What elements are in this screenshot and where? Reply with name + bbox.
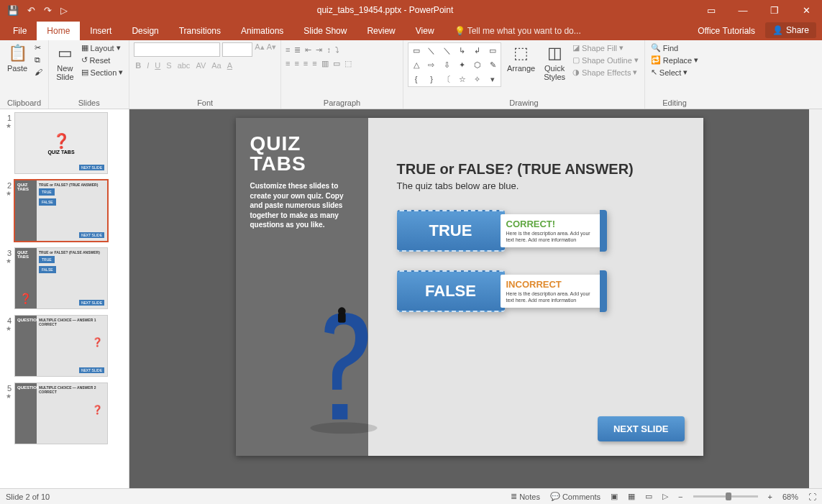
close-icon[interactable]: ✕ bbox=[790, 0, 822, 20]
shape-free-icon[interactable]: ✎ bbox=[490, 60, 496, 70]
vertical-scrollbar[interactable] bbox=[809, 109, 822, 488]
thumbnail-2[interactable]: 2★ QUIZ TABS TRUE or FALSE? (TRUE ANSWER… bbox=[1, 180, 127, 242]
tab-slideshow[interactable]: Slide Show bbox=[293, 22, 357, 40]
shape-line-icon[interactable]: ＼ bbox=[427, 45, 435, 56]
arrange-button[interactable]: ⬚ Arrange bbox=[504, 42, 538, 74]
shape-conn2-icon[interactable]: ↲ bbox=[474, 46, 480, 55]
office-tutorials-link[interactable]: Office Tutorials bbox=[688, 22, 765, 40]
shape-curve-icon[interactable]: ⬡ bbox=[474, 60, 481, 70]
shape-fill-button[interactable]: ◪Shape Fill ▾ bbox=[571, 42, 640, 53]
shape-rect2-icon[interactable]: ▭ bbox=[489, 46, 496, 55]
undo-icon[interactable]: ↶ bbox=[27, 5, 35, 16]
tab-view[interactable]: View bbox=[406, 22, 444, 40]
font-family-input[interactable] bbox=[134, 42, 220, 57]
bullets-button[interactable]: ≡ bbox=[286, 45, 290, 55]
current-slide[interactable]: QUIZ TABS Customize these slides to crea… bbox=[236, 118, 703, 456]
tab-animations[interactable]: Animations bbox=[231, 22, 293, 40]
ribbon-options-icon[interactable]: ▭ bbox=[695, 0, 727, 20]
indent-decrease-button[interactable]: ⇤ bbox=[305, 45, 311, 55]
thumbnail-1[interactable]: 1★ ❓ QUIZ TABS NEXT SLIDE bbox=[1, 112, 127, 174]
smartart-button[interactable]: ⬚ bbox=[344, 59, 352, 68]
redo-icon[interactable]: ↷ bbox=[44, 5, 52, 16]
shadow-button[interactable]: S bbox=[166, 61, 171, 70]
spacing-button[interactable]: AV bbox=[196, 61, 206, 70]
start-from-beginning-icon[interactable]: ▷ bbox=[60, 5, 68, 16]
tab-home[interactable]: Home bbox=[37, 22, 80, 40]
share-button[interactable]: 👤Share bbox=[765, 22, 816, 38]
shape-tri-icon[interactable]: △ bbox=[414, 60, 419, 70]
thumbnail-3[interactable]: 3★ QUIZ TABS TRUE or FALSE? (FALSE ANSWE… bbox=[1, 247, 127, 309]
bold-button[interactable]: B bbox=[135, 61, 141, 70]
save-icon[interactable]: 💾 bbox=[7, 5, 19, 16]
line-spacing-button[interactable]: ↕ bbox=[326, 45, 331, 55]
align-right-button[interactable]: ≡ bbox=[303, 59, 308, 68]
cut-button[interactable]: ✂ bbox=[33, 42, 44, 53]
slide-thumbnails-panel[interactable]: 1★ ❓ QUIZ TABS NEXT SLIDE 2★ QUIZ TABS T… bbox=[0, 109, 129, 488]
false-tab[interactable]: FALSE bbox=[397, 270, 505, 312]
font-color-button[interactable]: A bbox=[227, 61, 232, 70]
thumbnail-4[interactable]: 4★ QUESTION MULTIPLE CHOICE — ANSWER 1 C… bbox=[1, 315, 127, 377]
increase-font-icon[interactable]: A▴ bbox=[255, 42, 264, 57]
next-slide-button[interactable]: NEXT SLIDE bbox=[598, 416, 685, 441]
shape-arrowd-icon[interactable]: ⇩ bbox=[444, 60, 450, 70]
shape-speech-icon[interactable]: ✦ bbox=[459, 60, 465, 70]
sorter-view-button[interactable]: ▦ bbox=[628, 492, 635, 501]
replace-button[interactable]: 🔁Replace ▾ bbox=[649, 55, 700, 65]
zoom-out-button[interactable]: − bbox=[678, 492, 682, 501]
shape-brace2-icon[interactable]: } bbox=[430, 75, 433, 83]
shape-callout-icon[interactable]: ✧ bbox=[474, 75, 480, 84]
underline-button[interactable]: U bbox=[155, 61, 160, 70]
shape-star-icon[interactable]: ☆ bbox=[459, 75, 466, 84]
shape-brace1-icon[interactable]: { bbox=[415, 75, 418, 83]
restore-icon[interactable]: ❐ bbox=[759, 0, 790, 20]
tab-review[interactable]: Review bbox=[357, 22, 405, 40]
align-text-button[interactable]: ▭ bbox=[333, 59, 340, 68]
notes-button[interactable]: ≣ Notes bbox=[511, 492, 540, 501]
layout-button[interactable]: ▦Layout ▾ bbox=[80, 42, 125, 53]
shape-line2-icon[interactable]: ＼ bbox=[443, 45, 451, 56]
normal-view-button[interactable]: ▣ bbox=[611, 492, 618, 501]
decrease-font-icon[interactable]: A▾ bbox=[267, 42, 276, 57]
shape-rect-icon[interactable]: ▭ bbox=[413, 46, 420, 55]
italic-button[interactable]: I bbox=[147, 61, 149, 70]
align-center-button[interactable]: ≡ bbox=[294, 59, 298, 68]
quick-styles-button[interactable]: ◫ Quick Styles bbox=[541, 42, 568, 83]
answer-false-row[interactable]: FALSE INCORRECT Here is the description … bbox=[397, 270, 682, 312]
numbering-button[interactable]: ≣ bbox=[294, 45, 301, 55]
shapes-gallery[interactable]: ▭＼＼↳↲▭ △⇨⇩✦⬡✎ {}〔☆✧▾ bbox=[408, 42, 501, 87]
comments-button[interactable]: 💬 Comments bbox=[550, 492, 600, 501]
justify-button[interactable]: ≡ bbox=[312, 59, 316, 68]
gallery-more-icon[interactable]: ▾ bbox=[490, 75, 495, 84]
reading-view-button[interactable]: ▭ bbox=[645, 492, 652, 501]
case-button[interactable]: Aa bbox=[211, 61, 221, 70]
zoom-level[interactable]: 68% bbox=[782, 492, 798, 501]
align-left-button[interactable]: ≡ bbox=[286, 59, 290, 68]
tell-me-search[interactable]: 💡 Tell me what you want to do... bbox=[444, 22, 591, 40]
minimize-icon[interactable]: — bbox=[727, 0, 759, 20]
fit-to-window-button[interactable]: ⛶ bbox=[808, 492, 816, 501]
tab-design[interactable]: Design bbox=[122, 22, 168, 40]
font-size-input[interactable] bbox=[222, 42, 252, 57]
zoom-in-button[interactable]: + bbox=[768, 492, 772, 501]
reset-button[interactable]: ↺Reset bbox=[80, 55, 125, 65]
tab-insert[interactable]: Insert bbox=[80, 22, 122, 40]
shape-outline-button[interactable]: ▢Shape Outline ▾ bbox=[571, 55, 640, 65]
tab-file[interactable]: File bbox=[3, 22, 37, 40]
zoom-slider[interactable] bbox=[693, 495, 758, 498]
thumbnail-5[interactable]: 5★ QUESTION MULTIPLE CHOICE — ANSWER 2 C… bbox=[1, 382, 127, 444]
new-slide-button[interactable]: ▭ New Slide bbox=[53, 42, 76, 83]
format-painter-button[interactable]: 🖌 bbox=[33, 67, 44, 77]
slide-editor[interactable]: QUIZ TABS Customize these slides to crea… bbox=[129, 109, 809, 488]
select-button[interactable]: ↖Select ▾ bbox=[649, 67, 700, 78]
shape-arrowr-icon[interactable]: ⇨ bbox=[428, 60, 434, 70]
shape-effects-button[interactable]: ◑Shape Effects ▾ bbox=[571, 67, 640, 78]
shape-conn-icon[interactable]: ↳ bbox=[459, 46, 465, 55]
shape-brace3-icon[interactable]: 〔 bbox=[443, 74, 451, 85]
true-tab[interactable]: TRUE bbox=[397, 210, 505, 252]
copy-button[interactable]: ⧉ bbox=[33, 55, 44, 65]
answer-true-row[interactable]: TRUE CORRECT! Here is the description ar… bbox=[397, 210, 682, 252]
strike-button[interactable]: abc bbox=[178, 61, 191, 70]
text-direction-button[interactable]: ⤵ bbox=[335, 45, 339, 55]
slideshow-view-button[interactable]: ▷ bbox=[662, 492, 668, 501]
find-button[interactable]: 🔍Find bbox=[649, 42, 700, 53]
